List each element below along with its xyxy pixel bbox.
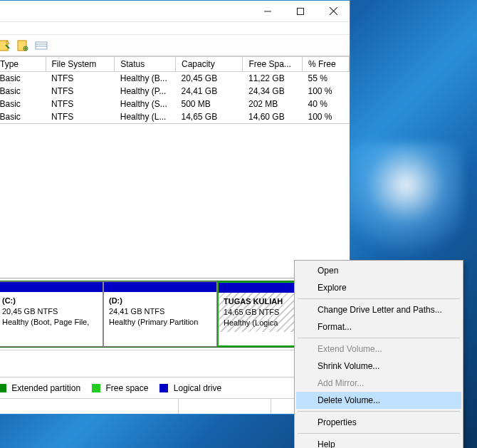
volume-d[interactable]: (D:) 24,41 GB NTFS Healthy (Primary Part… (103, 281, 217, 347)
volume-health: Healthy (Boot, Page File, (2, 318, 89, 326)
maximize-button[interactable] (284, 1, 317, 21)
toolbar-icon-2[interactable] (16, 39, 29, 52)
table-row[interactable]: Basic NTFS Healthy (L... 14,65 GB 14,60 … (0, 110, 350, 123)
swatch-free (92, 384, 100, 392)
ctx-separator (298, 433, 460, 434)
titlebar (0, 1, 350, 22)
volume-header (0, 282, 103, 292)
toolbar-icon-1[interactable] (0, 39, 11, 52)
col-status[interactable]: Status (115, 57, 176, 72)
svg-rect-7 (36, 42, 47, 49)
toolbar (0, 35, 350, 56)
col-type[interactable]: Type (0, 57, 46, 72)
ctx-add-mirror: Add Mirror... (296, 375, 461, 392)
minimize-button[interactable] (251, 1, 284, 21)
volume-health: Healthy (Logica (224, 318, 278, 327)
volume-table[interactable]: Type File System Status Capacity Free Sp… (0, 56, 350, 124)
ctx-explore[interactable]: Explore (296, 279, 461, 296)
volume-capacity: 14,65 GB NTFS (224, 308, 279, 316)
table-blank-area: > (0, 124, 350, 278)
ctx-properties[interactable]: Properties (296, 414, 461, 431)
volume-title: TUGAS KULIAH (224, 297, 283, 306)
volume-capacity: 24,41 GB NTFS (109, 307, 164, 316)
volume-health: Healthy (Primary Partition (109, 318, 198, 326)
ctx-shrink-volume[interactable]: Shrink Volume... (296, 358, 461, 375)
ctx-separator (298, 298, 460, 299)
status-cell (0, 399, 179, 414)
col-pctfree[interactable]: % Free (303, 57, 350, 72)
table-row[interactable]: Basic NTFS Healthy (P... 24,41 GB 24,34 … (0, 85, 350, 98)
table-row[interactable]: Basic NTFS Healthy (B... 20,45 GB 11,22 … (0, 72, 350, 85)
ctx-delete-volume[interactable]: Delete Volume... (296, 392, 461, 409)
ctx-change-drive-letter[interactable]: Change Drive Letter and Paths... (296, 301, 461, 318)
ctx-open[interactable]: Open (296, 262, 461, 279)
toolbar-icon-3[interactable] (35, 39, 48, 52)
volume-capacity: 20,45 GB NTFS (2, 307, 58, 316)
svg-rect-5 (18, 41, 26, 51)
menubar[interactable] (0, 22, 350, 35)
ctx-separator (298, 411, 460, 412)
svg-rect-1 (298, 8, 304, 14)
swatch-logical (159, 384, 168, 392)
col-filesystem[interactable]: File System (46, 57, 115, 72)
swatch-extended (0, 384, 6, 392)
status-cell (179, 399, 271, 414)
legend-free: Free space (92, 383, 148, 393)
col-free[interactable]: Free Spa... (243, 57, 303, 72)
legend-logical: Logical drive (159, 383, 221, 393)
col-capacity[interactable]: Capacity (175, 57, 243, 72)
ctx-separator (298, 338, 460, 338)
table-row[interactable]: Basic NTFS Healthy (S... 500 MB 202 MB 4… (0, 98, 350, 110)
volume-context-menu: Open Explore Change Drive Letter and Pat… (294, 260, 463, 448)
volume-c[interactable]: (C:) 20,45 GB NTFS Healthy (Boot, Page F… (0, 281, 103, 347)
ctx-extend-volume: Extend Volume... (296, 340, 461, 358)
volume-title: (C:) (2, 296, 16, 305)
volume-title: (D:) (109, 296, 122, 305)
close-button[interactable] (317, 1, 350, 21)
ctx-format[interactable]: Format... (296, 318, 461, 335)
ctx-help[interactable]: Help (296, 436, 461, 448)
legend-extended: Extended partition (0, 383, 80, 393)
volume-header (104, 282, 216, 292)
